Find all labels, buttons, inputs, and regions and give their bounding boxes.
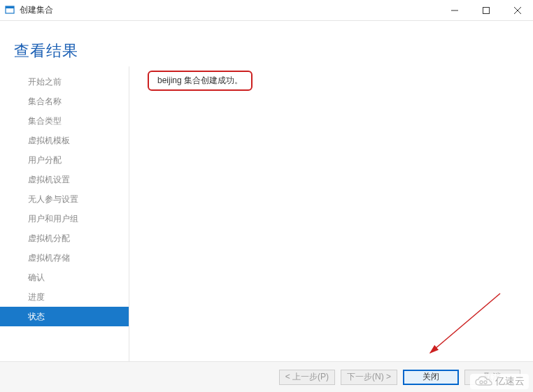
wizard-step-0[interactable]: 开始之前 xyxy=(0,72,129,92)
maximize-button[interactable] xyxy=(470,0,502,20)
wizard-step-8[interactable]: 虚拟机分配 xyxy=(0,228,129,248)
svg-point-8 xyxy=(484,381,487,384)
wizard-step-6[interactable]: 无人参与设置 xyxy=(0,189,129,209)
close-button[interactable]: 关闭 xyxy=(403,370,459,385)
watermark-text: 亿速云 xyxy=(495,375,525,388)
cloud-icon xyxy=(474,375,492,388)
window-title: 创建集合 xyxy=(20,4,53,16)
wizard-step-4[interactable]: 用户分配 xyxy=(0,150,129,170)
watermark: 亿速云 xyxy=(470,374,529,389)
svg-point-7 xyxy=(480,381,483,384)
wizard-step-5[interactable]: 虚拟机设置 xyxy=(0,170,129,189)
wizard-step-3[interactable]: 虚拟机模板 xyxy=(0,131,129,150)
wizard-step-10[interactable]: 确认 xyxy=(0,268,129,287)
content-area: 开始之前集合名称集合类型虚拟机模板用户分配虚拟机设置无人参与设置用户和用户组虚拟… xyxy=(0,66,533,361)
main-panel: beijing 集合创建成功。 xyxy=(129,66,533,361)
wizard-step-1[interactable]: 集合名称 xyxy=(0,92,129,111)
wizard-step-7[interactable]: 用户和用户组 xyxy=(0,209,129,228)
wizard-step-9[interactable]: 虚拟机存储 xyxy=(0,248,129,268)
close-window-button[interactable] xyxy=(502,0,533,20)
status-message-box: beijing 集合创建成功。 xyxy=(148,71,253,91)
wizard-sidebar: 开始之前集合名称集合类型虚拟机模板用户分配虚拟机设置无人参与设置用户和用户组虚拟… xyxy=(0,66,129,361)
window-controls xyxy=(439,0,533,20)
svg-rect-1 xyxy=(6,6,14,8)
wizard-step-12[interactable]: 状态 xyxy=(0,307,129,326)
page-title: 查看结果 xyxy=(14,41,519,61)
wizard-step-11[interactable]: 进度 xyxy=(0,287,129,307)
svg-line-6 xyxy=(430,293,500,353)
status-message: beijing 集合创建成功。 xyxy=(157,75,243,85)
svg-rect-3 xyxy=(483,7,489,13)
minimize-button[interactable] xyxy=(439,0,470,20)
wizard-footer: < 上一步(P) 下一步(N) > 关闭 取消 xyxy=(0,361,533,392)
wizard-step-2[interactable]: 集合类型 xyxy=(0,111,129,131)
app-icon xyxy=(4,5,15,16)
next-button[interactable]: 下一步(N) > xyxy=(341,370,397,385)
annotation-arrow xyxy=(423,290,507,360)
titlebar: 创建集合 xyxy=(0,0,533,21)
previous-button[interactable]: < 上一步(P) xyxy=(279,370,335,385)
